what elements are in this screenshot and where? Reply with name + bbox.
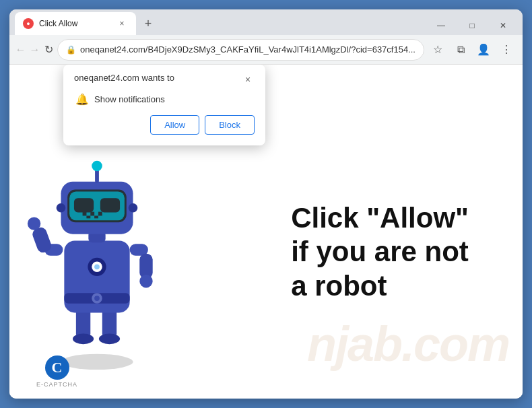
ecaptcha-logo: C E-CAPTCHA <box>36 355 77 388</box>
reload-button[interactable]: ↻ <box>43 39 55 61</box>
svg-rect-22 <box>74 198 94 212</box>
svg-point-11 <box>94 264 100 269</box>
allow-button[interactable]: Allow <box>150 115 199 135</box>
svg-rect-25 <box>86 215 90 218</box>
popup-notification-row: 🔔 Show notifications <box>74 93 255 106</box>
watermark: njab.com <box>307 316 509 372</box>
main-text: Click "Allow" if you are not a robot <box>291 201 469 303</box>
popup-buttons: Allow Block <box>74 115 255 135</box>
main-text-line1: Click "Allow" <box>291 201 469 235</box>
ecaptcha-label: E-CAPTCHA <box>36 381 77 388</box>
tab-close-button[interactable]: × <box>116 18 128 30</box>
svg-point-3 <box>73 334 94 345</box>
back-button[interactable]: ← <box>15 39 26 61</box>
active-tab[interactable]: ● Click Allow × <box>15 12 136 35</box>
browser-window: ● Click Allow × + — □ ✕ ← → ↻ 🔒 oneqanet… <box>9 9 523 399</box>
popup-title: oneqanet24.com wants to <box>74 73 174 83</box>
address-text: oneqanet24.com/B4DjeX9DzSMy3_CAKFaYfiL_V… <box>80 44 415 55</box>
block-button[interactable]: Block <box>205 115 255 135</box>
title-bar: ● Click Allow × + — □ ✕ <box>9 9 523 35</box>
bookmark-button[interactable]: ☆ <box>427 39 448 61</box>
svg-rect-24 <box>83 212 87 216</box>
popup-header: oneqanet24.com wants to × <box>74 73 255 86</box>
svg-point-17 <box>139 275 152 287</box>
close-button[interactable]: ✕ <box>488 15 519 36</box>
svg-point-4 <box>99 334 120 345</box>
menu-button[interactable]: ⋮ <box>496 39 517 61</box>
svg-rect-28 <box>98 212 102 216</box>
svg-point-30 <box>92 161 102 172</box>
svg-rect-23 <box>100 198 120 212</box>
svg-rect-27 <box>94 215 98 218</box>
forward-button[interactable]: → <box>29 39 40 61</box>
maximize-button[interactable]: □ <box>457 15 488 36</box>
page-content: njab.com <box>9 65 523 399</box>
address-bar[interactable]: 🔒 oneqanet24.com/B4DjeX9DzSMy3_CAKFaYfiL… <box>57 39 424 61</box>
svg-point-14 <box>28 217 40 230</box>
notification-popup: oneqanet24.com wants to × 🔔 Show notific… <box>63 65 265 145</box>
svg-point-32 <box>129 203 138 213</box>
main-text-line3: a robot <box>291 269 469 302</box>
tab-favicon: ● <box>23 18 34 29</box>
svg-point-31 <box>57 203 66 213</box>
toolbar-icons: ☆ ⧉ 👤 ⋮ <box>427 39 517 61</box>
notification-text: Show notifications <box>94 94 165 104</box>
lock-icon: 🔒 <box>66 45 76 55</box>
bell-icon: 🔔 <box>75 93 89 106</box>
tab-title: Click Allow <box>39 19 110 28</box>
new-tab-button[interactable]: + <box>139 14 158 33</box>
toolbar: ← → ↻ 🔒 oneqanet24.com/B4DjeX9DzSMy3_CAK… <box>9 35 523 65</box>
profile-button[interactable]: 👤 <box>473 39 494 61</box>
popup-close-button[interactable]: × <box>241 73 255 86</box>
robot-illustration <box>23 129 198 385</box>
extensions-button[interactable]: ⧉ <box>450 39 471 61</box>
svg-rect-26 <box>90 212 94 216</box>
ecaptcha-icon: C <box>45 355 69 380</box>
minimize-button[interactable]: — <box>426 15 457 36</box>
svg-point-8 <box>94 296 100 301</box>
window-controls: — □ ✕ <box>426 15 519 36</box>
main-text-line2: if you are not <box>291 235 469 269</box>
